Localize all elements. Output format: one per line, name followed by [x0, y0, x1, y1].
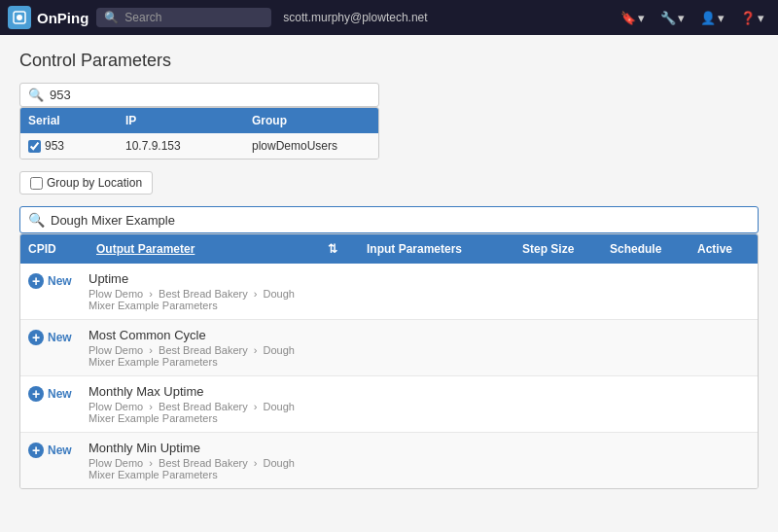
- nav-user-email: scott.murphy@plowtech.net: [283, 11, 427, 24]
- tools-btn[interactable]: 🔧 ▾: [654, 9, 690, 27]
- param-row: + New Most Common Cycle Plow Demo › Best…: [20, 320, 758, 376]
- group-location-checkbox[interactable]: [30, 177, 43, 190]
- help-chevron: ▾: [758, 11, 764, 25]
- new-btn-0[interactable]: + New: [20, 271, 88, 291]
- device-search-input[interactable]: [50, 88, 371, 102]
- plus-icon-2: +: [28, 386, 44, 402]
- schedule-header: Schedule: [602, 234, 690, 264]
- bookmark-btn[interactable]: 🔖 ▾: [615, 9, 651, 27]
- group-by-location-btn[interactable]: Group by Location: [19, 171, 153, 195]
- bc-0-1: Best Bread Bakery: [159, 288, 248, 300]
- serial-cell: 953: [20, 133, 118, 159]
- bc-0-0: Plow Demo: [88, 288, 143, 300]
- output-param-header[interactable]: Output Parameter: [88, 234, 320, 264]
- param-breadcrumb-0: Plow Demo › Best Bread Bakery › Dough Mi…: [88, 288, 320, 311]
- step-size-header: Step Size: [514, 234, 602, 264]
- group-location-label: Group by Location: [47, 176, 142, 190]
- new-btn-2[interactable]: + New: [20, 384, 88, 404]
- new-label-2: New: [48, 387, 72, 401]
- sep-1-1: ›: [254, 344, 258, 356]
- sep-0-0: ›: [149, 288, 153, 300]
- user-chevron: ▾: [718, 11, 725, 25]
- main-content: Control Parameters 🔍 Serial IP Group 953…: [0, 35, 778, 505]
- help-btn[interactable]: ❓ ▾: [734, 9, 770, 27]
- group-header: Group: [244, 108, 371, 133]
- bc-2-0: Plow Demo: [88, 401, 143, 412]
- new-label-1: New: [48, 331, 72, 344]
- params-table: CPID Output Parameter ⇅ Input Parameters…: [19, 233, 759, 489]
- group-cell: plowDemoUsers: [244, 133, 371, 159]
- sort-icon: ⇅: [328, 242, 337, 256]
- sep-2-1: ›: [254, 401, 258, 412]
- param-search-input[interactable]: [51, 213, 750, 228]
- brand: OnPing: [8, 6, 88, 29]
- param-name-0: Uptime: [88, 271, 320, 286]
- bc-1-1: Best Bread Bakery: [159, 344, 248, 356]
- param-name-3: Monthly Min Uptime: [88, 441, 320, 455]
- param-search-row: 🔍: [19, 206, 759, 233]
- param-breadcrumb-3: Plow Demo › Best Bread Bakery › Dough Mi…: [88, 457, 320, 480]
- device-checkbox[interactable]: [28, 140, 41, 153]
- param-row: + New Monthly Min Uptime Plow Demo › Bes…: [20, 433, 758, 488]
- sep-3-1: ›: [254, 457, 258, 469]
- new-btn-3[interactable]: + New: [20, 441, 88, 460]
- param-info-1: Most Common Cycle Plow Demo › Best Bread…: [88, 328, 320, 368]
- new-label-3: New: [48, 443, 72, 457]
- device-table-header: Serial IP Group: [20, 108, 378, 133]
- sep-3-0: ›: [149, 457, 153, 469]
- new-btn-1[interactable]: + New: [20, 328, 88, 347]
- input-params-header: Input Parameters: [359, 234, 514, 264]
- bookmark-chevron: ▾: [638, 11, 645, 25]
- sep-1-0: ›: [149, 344, 153, 356]
- device-search-box: 🔍: [19, 83, 379, 107]
- param-info-3: Monthly Min Uptime Plow Demo › Best Brea…: [88, 441, 320, 480]
- bc-1-0: Plow Demo: [88, 344, 143, 356]
- active-header: Active: [690, 234, 758, 264]
- navbar: OnPing 🔍 scott.murphy@plowtech.net 🔖 ▾ 🔧…: [0, 0, 778, 35]
- page-title: Control Parameters: [19, 51, 759, 71]
- device-search-icon: 🔍: [28, 88, 44, 102]
- bc-2-1: Best Bread Bakery: [159, 401, 248, 412]
- brand-name: OnPing: [37, 10, 88, 26]
- param-search-box: 🔍: [19, 206, 759, 233]
- tools-chevron: ▾: [678, 11, 685, 25]
- plus-icon-1: +: [28, 330, 44, 345]
- cpid-header: CPID: [20, 234, 88, 264]
- plus-icon-0: +: [28, 273, 44, 289]
- serial-value: 953: [45, 139, 64, 153]
- param-breadcrumb-2: Plow Demo › Best Bread Bakery › Dough Mi…: [88, 401, 320, 424]
- param-search-icon: 🔍: [28, 212, 45, 228]
- param-name-1: Most Common Cycle: [88, 328, 320, 342]
- nav-search[interactable]: 🔍: [96, 8, 271, 27]
- svg-point-1: [17, 15, 22, 20]
- params-table-header: CPID Output Parameter ⇅ Input Parameters…: [20, 234, 758, 264]
- sep-2-0: ›: [149, 401, 153, 412]
- help-icon: ❓: [740, 11, 756, 25]
- nav-icons: 🔖 ▾ 🔧 ▾ 👤 ▾ ❓ ▾: [615, 9, 770, 27]
- wrench-icon: 🔧: [660, 11, 676, 25]
- new-label-0: New: [48, 274, 72, 288]
- device-table: Serial IP Group 953 10.7.9.153 plowDemoU…: [19, 107, 379, 160]
- param-name-2: Monthly Max Uptime: [88, 384, 320, 399]
- param-info-0: Uptime Plow Demo › Best Bread Bakery › D…: [88, 271, 320, 311]
- param-row: + New Monthly Max Uptime Plow Demo › Bes…: [20, 376, 758, 433]
- brand-icon: [8, 6, 31, 29]
- plus-icon-3: +: [28, 443, 44, 458]
- sort-icon-header[interactable]: ⇅: [320, 234, 359, 264]
- bc-3-0: Plow Demo: [88, 457, 143, 469]
- param-breadcrumb-1: Plow Demo › Best Bread Bakery › Dough Mi…: [88, 344, 320, 368]
- search-icon: 🔍: [104, 11, 119, 24]
- nav-search-input[interactable]: [124, 11, 261, 24]
- bc-3-1: Best Bread Bakery: [159, 457, 248, 469]
- ip-header: IP: [118, 108, 244, 133]
- user-btn[interactable]: 👤 ▾: [694, 9, 730, 27]
- bookmark-icon: 🔖: [620, 11, 636, 25]
- param-row: + New Uptime Plow Demo › Best Bread Bake…: [20, 264, 758, 320]
- sep-0-1: ›: [254, 288, 258, 300]
- param-info-2: Monthly Max Uptime Plow Demo › Best Brea…: [88, 384, 320, 424]
- device-table-row: 953 10.7.9.153 plowDemoUsers: [20, 133, 378, 159]
- ip-cell: 10.7.9.153: [118, 133, 244, 159]
- user-icon: 👤: [700, 11, 716, 25]
- serial-header: Serial: [20, 108, 118, 133]
